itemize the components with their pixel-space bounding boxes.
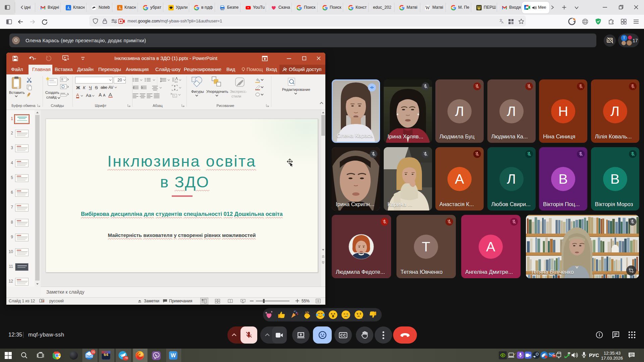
svg-text:A: A — [501, 21, 503, 24]
svg-text:W: W — [425, 5, 430, 10]
